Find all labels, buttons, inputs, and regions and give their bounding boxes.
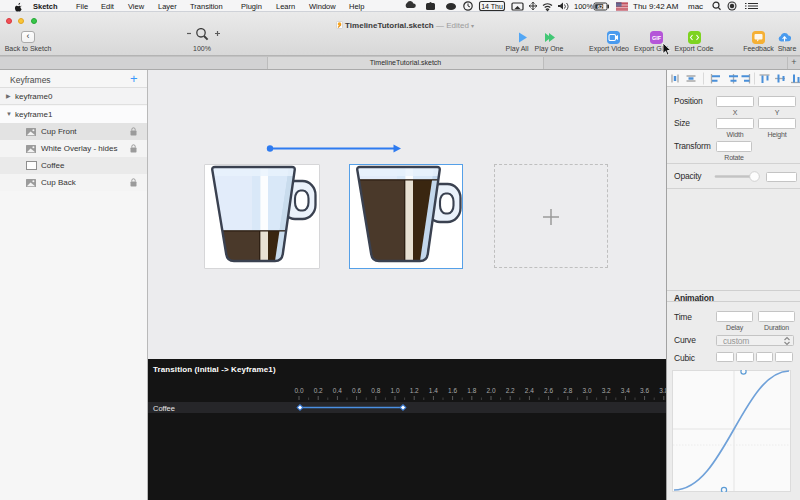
- svg-text:62: 62: [597, 4, 603, 10]
- svg-text:GIF: GIF: [652, 35, 662, 41]
- svg-text:100%: 100%: [574, 2, 594, 11]
- svg-text:14 Thu: 14 Thu: [481, 3, 503, 10]
